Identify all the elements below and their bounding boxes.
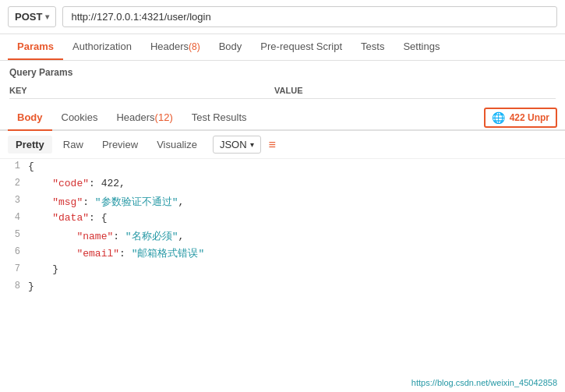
col-key-header: KEY xyxy=(9,86,274,95)
line-content-5: "name": "名称必须", xyxy=(28,228,565,245)
line-content-3: "msg": "参数验证不通过", xyxy=(28,193,565,210)
line-content-2: "code": 422, xyxy=(28,176,565,191)
line-content-8: } xyxy=(28,279,565,294)
tab-settings[interactable]: Settings xyxy=(394,34,449,60)
tab-tests[interactable]: Tests xyxy=(351,34,394,60)
line-num-5: 5 xyxy=(0,228,28,240)
status-code: 422 Unpr xyxy=(510,112,549,123)
wrap-icon[interactable]: ≡ xyxy=(269,138,276,152)
code-line-8: 8 } xyxy=(0,279,565,296)
method-chevron: ▾ xyxy=(45,12,49,21)
tab-authorization[interactable]: Authorization xyxy=(63,34,141,60)
code-line-5: 5 "name": "名称必须", xyxy=(0,228,565,245)
line-content-1: { xyxy=(28,159,565,174)
format-bar: Pretty Raw Preview Visualize JSON ▾ ≡ xyxy=(0,131,565,159)
line-num-2: 2 xyxy=(0,176,28,189)
response-tab-cookies[interactable]: Cookies xyxy=(52,105,108,131)
tab-pre-request[interactable]: Pre-request Script xyxy=(251,34,351,60)
url-input[interactable] xyxy=(62,6,557,27)
format-tab-raw[interactable]: Raw xyxy=(55,136,91,154)
params-table-header: KEY VALUE xyxy=(9,83,556,99)
format-tab-pretty[interactable]: Pretty xyxy=(8,136,52,154)
tab-params[interactable]: Params xyxy=(8,34,63,60)
line-content-6: "email": "邮箱格式错误" xyxy=(28,245,565,262)
response-tab-headers[interactable]: Headers(12) xyxy=(107,105,182,131)
code-line-4: 4 "data": { xyxy=(0,210,565,228)
format-dropdown[interactable]: JSON ▾ xyxy=(213,136,261,154)
line-num-8: 8 xyxy=(0,279,28,291)
line-num-1: 1 xyxy=(0,159,28,171)
line-content-7: } xyxy=(28,262,565,277)
tab-body[interactable]: Body xyxy=(210,34,252,60)
col-value-header: VALUE xyxy=(274,86,302,95)
line-content-4: "data": { xyxy=(28,210,565,225)
request-tabs: Params Authorization Headers(8) Body Pre… xyxy=(0,34,565,61)
query-params-section: Query Params KEY VALUE xyxy=(0,61,565,105)
code-line-6: 6 "email": "邮箱格式错误" xyxy=(0,245,565,262)
line-num-3: 3 xyxy=(0,193,28,206)
code-line-1: 1 { xyxy=(0,159,565,176)
code-line-2: 2 "code": 422, xyxy=(0,176,565,193)
response-tab-body[interactable]: Body xyxy=(8,105,52,131)
code-line-7: 7 } xyxy=(0,262,565,279)
query-params-title: Query Params xyxy=(9,67,556,78)
format-chevron: ▾ xyxy=(250,140,254,149)
status-badge: 🌐 422 Unpr xyxy=(484,108,557,128)
code-line-3: 3 "msg": "参数验证不通过", xyxy=(0,193,565,210)
response-tab-test-results[interactable]: Test Results xyxy=(182,105,256,131)
line-num-4: 4 xyxy=(0,210,28,223)
method-select[interactable]: POST ▾ xyxy=(8,6,56,27)
globe-icon: 🌐 xyxy=(492,111,505,124)
format-tab-preview[interactable]: Preview xyxy=(94,136,146,154)
line-num-6: 6 xyxy=(0,245,28,257)
method-label: POST xyxy=(15,11,42,23)
tab-headers[interactable]: Headers(8) xyxy=(141,34,210,60)
response-tabs-row: Body Cookies Headers(12) Test Results 🌐 … xyxy=(0,105,565,131)
format-tab-visualize[interactable]: Visualize xyxy=(149,136,205,154)
line-num-7: 7 xyxy=(0,262,28,274)
format-label: JSON xyxy=(220,139,247,150)
response-tabs: Body Cookies Headers(12) Test Results xyxy=(8,105,256,129)
code-area: 1 { 2 "code": 422, 3 "msg": "参数验证不通过", 4… xyxy=(0,159,565,296)
url-bar: POST ▾ xyxy=(0,0,565,34)
